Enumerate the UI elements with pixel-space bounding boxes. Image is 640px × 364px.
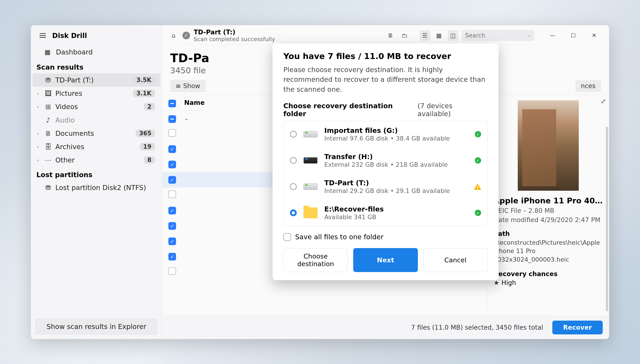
sidebar-item-label: TD-Part (T:) — [55, 76, 129, 84]
lost-partition-item[interactable]: ⛃ Lost partition Disk2 (NTFS) — [32, 181, 160, 194]
sidebar-item[interactable]: › 🖼 Pictures 3.1K — [32, 87, 160, 100]
destination-sub: Internal 97.6 GB disk • 38.4 GB availabl… — [324, 135, 468, 142]
lost-partitions-heading: Lost partitions — [31, 167, 162, 181]
destination-radio[interactable] — [290, 131, 297, 138]
folder-icon — [304, 208, 318, 218]
archive-icon: 🗄 — [44, 143, 52, 151]
picture-icon: 🖼 — [44, 90, 52, 98]
document-icon: 🗎 — [44, 130, 52, 138]
count-badge: 8 — [144, 156, 155, 164]
status-ok-icon: ✓ — [475, 210, 481, 216]
count-badge: 2 — [144, 103, 155, 110]
count-badge: 3.1K — [133, 90, 155, 97]
audio-icon: ♪ — [44, 116, 52, 124]
count-badge: 365 — [136, 130, 155, 137]
destination-name: Transfer (H:) — [324, 153, 468, 161]
drive-icon — [304, 184, 318, 190]
devices-count: (7 devices available) — [418, 102, 488, 118]
destination-list[interactable]: Important files (G:) Internal 97.6 GB di… — [284, 121, 488, 226]
other-icon: ⋯ — [44, 156, 52, 164]
sidebar-item[interactable]: › 🗎 Documents 365 — [32, 127, 160, 140]
sidebar-item[interactable]: › ⛃ TD-Part (T:) 3.5K — [32, 74, 160, 87]
chevron-right-icon: › — [37, 157, 41, 163]
sidebar-item[interactable]: › ♪ Audio — [32, 114, 160, 127]
destination-row[interactable]: TD-Part (T:) Internal 29.2 GB disk • 29.… — [284, 174, 488, 200]
recovery-destination-modal: You have 7 files / 11.0 MB to recover Pl… — [272, 44, 498, 280]
main: ⌂ ✓ TD-Part (T:) Scan completed successf… — [162, 25, 609, 339]
destination-radio[interactable] — [290, 210, 297, 216]
nav-dashboard-label: Dashboard — [56, 48, 93, 56]
destination-row[interactable]: E:\Recover-files Available 341 GB ✓ — [284, 200, 488, 226]
sidebar-item-label: Videos — [55, 103, 140, 111]
chevron-right-icon: › — [37, 90, 41, 96]
next-button[interactable]: Next — [353, 248, 418, 272]
destination-sub: Available 341 GB — [324, 214, 468, 220]
external-drive-icon — [304, 157, 318, 164]
video-icon: ⊞ — [44, 103, 52, 111]
sidebar-item-label: Audio — [55, 116, 155, 124]
sidebar: Disk Drill ▦ Dashboard Scan results › ⛃ … — [31, 25, 162, 339]
status-ok-icon: ✓ — [475, 131, 481, 138]
sidebar-item-label: Pictures — [55, 90, 129, 98]
destination-name: TD-Part (T:) — [324, 179, 467, 187]
choose-destination-button[interactable]: Choose destination — [284, 248, 348, 272]
count-badge: 3.5K — [133, 76, 155, 84]
drive-icon: ⛃ — [44, 184, 52, 192]
sidebar-item-label: Archives — [55, 143, 136, 151]
choose-destination-label: Choose recovery destination folder — [284, 102, 418, 118]
destination-row[interactable]: Important files (G:) Internal 97.6 GB di… — [284, 121, 488, 147]
drive-icon — [304, 131, 318, 138]
grid-icon: ▦ — [44, 48, 50, 56]
nav-dashboard[interactable]: ▦ Dashboard — [31, 45, 162, 59]
chevron-right-icon: › — [37, 104, 41, 110]
app-name: Disk Drill — [52, 32, 87, 40]
destination-sub: External 232 GB disk • 218 GB available — [324, 161, 468, 168]
modal-title: You have 7 files / 11.0 MB to recover — [284, 52, 488, 61]
sidebar-item-label: Documents — [55, 130, 132, 138]
destination-name: E:\Recover-files — [324, 205, 468, 213]
destination-sub: Internal 29.2 GB disk • 29.1 GB availabl… — [324, 187, 467, 194]
sidebar-item-label: Other — [55, 156, 140, 164]
sidebar-item[interactable]: › 🗄 Archives 19 — [32, 140, 160, 154]
sidebar-item[interactable]: › ⊞ Videos 2 — [32, 100, 160, 114]
drive-icon: ⛃ — [44, 76, 52, 84]
save-one-checkbox[interactable] — [284, 233, 291, 241]
menu-icon[interactable] — [40, 33, 46, 38]
app-window: Disk Drill ▦ Dashboard Scan results › ⛃ … — [31, 25, 609, 339]
destination-radio[interactable] — [290, 183, 297, 190]
sidebar-item[interactable]: › ⋯ Other 8 — [32, 154, 160, 167]
destination-row[interactable]: Transfer (H:) External 232 GB disk • 218… — [284, 147, 488, 174]
modal-backdrop: You have 7 files / 11.0 MB to recover Pl… — [162, 25, 609, 339]
scan-results-heading: Scan results — [31, 59, 162, 74]
save-one-folder-option[interactable]: Save all files to one folder — [284, 233, 488, 241]
destination-name: Important files (G:) — [324, 126, 468, 134]
status-ok-icon: ✓ — [475, 157, 481, 164]
modal-description: Please choose recovery destination. It i… — [284, 65, 488, 94]
chevron-right-icon: › — [37, 144, 41, 150]
show-in-explorer-button[interactable]: Show scan results in Explorer — [36, 319, 157, 334]
cancel-button[interactable]: Cancel — [423, 248, 488, 272]
count-badge: 19 — [140, 143, 155, 150]
chevron-right-icon: › — [37, 130, 41, 136]
destination-radio[interactable] — [290, 157, 297, 164]
status-warning-icon — [474, 184, 481, 190]
